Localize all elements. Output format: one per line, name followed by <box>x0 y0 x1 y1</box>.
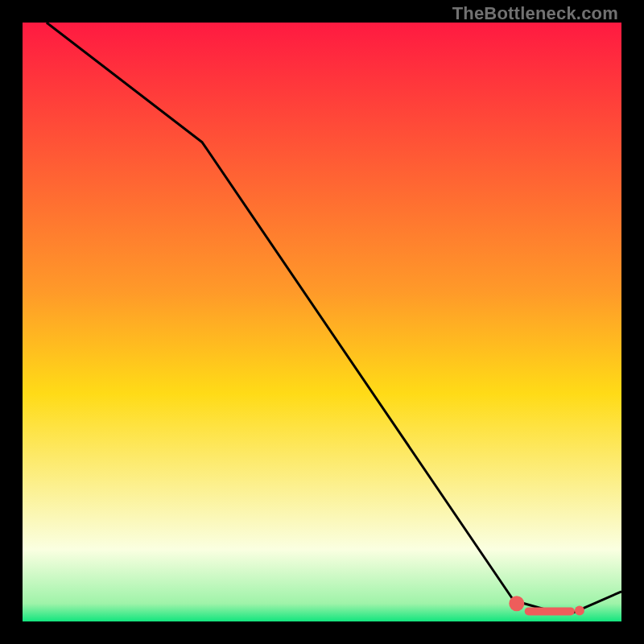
watermark-text: TheBottleneck.com <box>452 3 618 24</box>
chart-frame: TheBottleneck.com <box>0 0 644 644</box>
gradient-background <box>23 23 621 621</box>
plot-area <box>23 23 621 621</box>
svg-rect-0 <box>23 23 621 621</box>
